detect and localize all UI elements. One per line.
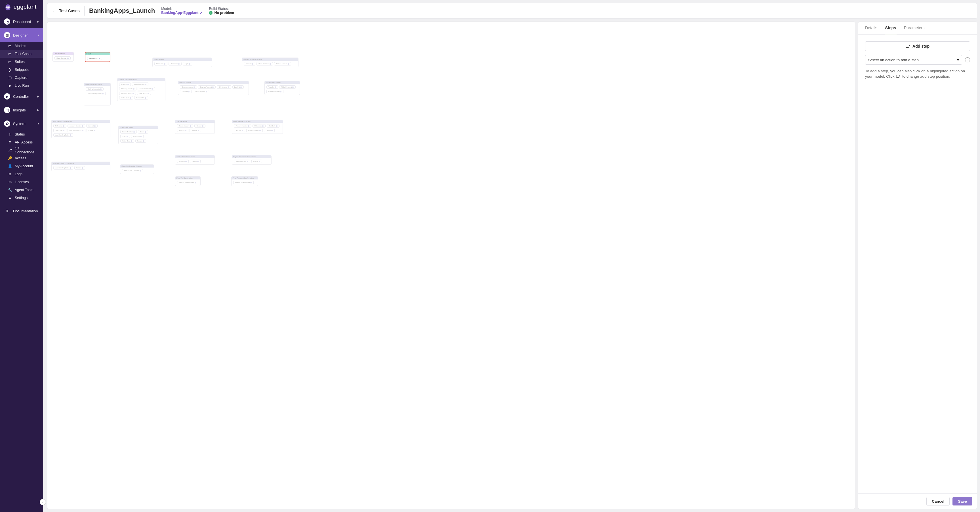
tab-steps[interactable]: Steps [885, 22, 897, 34]
node-action[interactable]: Validate SUT [87, 57, 102, 60]
nav-settings[interactable]: ⚙Settings [0, 194, 43, 202]
node-action[interactable]: Close Browser [54, 56, 71, 60]
node-action[interactable]: Transfer [189, 129, 201, 132]
nav-suites[interactable]: 🗀Suites [0, 58, 43, 66]
node-savings-account-screen[interactable]: Savings Account ScreenTransferMake Payme… [242, 57, 299, 67]
node-action[interactable]: Order Card [119, 96, 133, 100]
add-step-button[interactable]: Add step [865, 41, 970, 51]
node-final-payment-confirmation[interactable]: Final Payment ConfirmationBack to your a… [231, 176, 258, 186]
node-action[interactable]: Cancel [190, 160, 200, 163]
node-global-actions[interactable]: Global ActionsClose Browser [52, 52, 74, 62]
nav-designer[interactable]: ⊞ Designer ▾ [0, 29, 43, 42]
node-action[interactable]: Login [183, 62, 192, 65]
node-action[interactable]: Make Payment [234, 160, 250, 163]
node-action[interactable]: Password [169, 62, 181, 65]
node-action[interactable]: Back to Accounts [86, 87, 103, 91]
node-action[interactable]: Street [138, 130, 148, 133]
node-action[interactable]: Make Payment [192, 90, 209, 93]
node-action[interactable]: Make Payment [279, 85, 296, 89]
node-action[interactable]: Transfer [180, 90, 191, 93]
node-action[interactable]: Back to your account [233, 181, 254, 184]
node-initial[interactable]: InitialValidate SUT [85, 52, 110, 62]
model-canvas[interactable]: Global ActionsClose Browser InitialValid… [47, 22, 855, 509]
nav-licenses[interactable]: ▭Licenses [0, 178, 43, 186]
node-action[interactable]: Transfer [266, 85, 278, 89]
node-current-account-screen[interactable]: Current Account ScreenTransferMake Payme… [117, 78, 165, 101]
node-action[interactable]: Back to your accounts [177, 181, 198, 184]
node-action[interactable]: Cancel [74, 166, 85, 170]
node-action[interactable]: Log Out [232, 85, 244, 89]
node-action[interactable]: Export CSV [134, 96, 148, 100]
nav-live-run[interactable]: ▶Live Run [0, 82, 43, 90]
help-icon[interactable]: ? [965, 57, 970, 62]
nav-my-account[interactable]: 👤My Account [0, 162, 43, 170]
node-action[interactable]: Back to Account [274, 62, 291, 65]
node-action[interactable]: ISA Account [217, 85, 231, 89]
node-make-payment-screen[interactable]: Make Payment ScreenAccount NumberReferen… [232, 120, 283, 134]
node-action[interactable]: Make Payment [132, 82, 148, 86]
node-action[interactable]: Add Standing Order [53, 133, 73, 136]
node-action[interactable]: Make Payment [256, 62, 273, 65]
node-action[interactable]: Add Standing Order [86, 92, 105, 95]
node-action[interactable]: Cancel [194, 124, 205, 128]
node-action[interactable]: Cancel [135, 139, 146, 143]
node-isa-account-screen[interactable]: ISA Account ScreenTransferMake PaymentBa… [264, 81, 300, 95]
nav-insights[interactable]: ◫ Insights ▶ [0, 103, 43, 117]
nav-snippets[interactable]: ❯Snippets [0, 66, 43, 74]
node-action[interactable]: Transfer [177, 160, 189, 163]
node-action[interactable]: Amount [86, 124, 98, 128]
node-action[interactable]: Back to Account [266, 90, 283, 93]
node-action[interactable]: Current Account [180, 85, 197, 89]
node-action[interactable]: Transfer [244, 62, 255, 65]
action-select[interactable]: Select an action to add a step ▾ [865, 55, 962, 65]
node-action[interactable]: Sort Code [53, 129, 67, 132]
node-action[interactable]: Username [154, 62, 167, 65]
node-action[interactable]: Select Account [177, 124, 193, 128]
node-standing-order-confirmation[interactable]: Standing Order ConfirmationAdd Standing … [51, 162, 110, 171]
nav-api-access[interactable]: ⚙API Access [0, 138, 43, 146]
nav-system[interactable]: ✿ System ▾ [0, 117, 43, 130]
nav-models[interactable]: 🗀Models [0, 42, 43, 50]
node-add-standing-order-page[interactable]: Add Standing Order PageReferenceAccount … [51, 120, 110, 138]
node-standing-orders-page[interactable]: Standing Orders PageBack to AccountsAdd … [84, 83, 111, 105]
node-action[interactable]: Savings Account [198, 85, 216, 89]
node-action[interactable]: Previous Month [119, 92, 136, 95]
save-button[interactable]: Save [953, 497, 972, 506]
node-action[interactable]: Cancel [264, 129, 275, 132]
node-action[interactable]: SortCode [267, 124, 279, 128]
node-action[interactable]: Cancel [251, 160, 262, 163]
breadcrumb-back[interactable]: ← Test Cases [52, 8, 80, 13]
node-action[interactable]: Account Number [234, 124, 251, 128]
node-payment-confirmation-screen[interactable]: Payment Confirmation ScreenMake PaymentC… [232, 155, 272, 165]
node-action[interactable]: Postcode [131, 135, 143, 138]
node-action[interactable]: Transfer [119, 82, 131, 86]
model-link[interactable]: BankingApp-Eggplant ↗ [161, 11, 203, 15]
node-login-screen[interactable]: Login ScreenUsernamePasswordLogin [152, 57, 212, 67]
node-order-confirmation-screen[interactable]: Order Confirmation ScreenBack to you Acc… [120, 165, 154, 174]
node-action[interactable]: Amount [234, 129, 245, 132]
node-transfer-page[interactable]: Transfer PageSelect AccountCancelAmountT… [175, 120, 215, 134]
node-trs-confirmation-screen[interactable]: Trs Confirmation ScreenTransferCancel [175, 155, 215, 165]
node-action[interactable]: Amount [177, 129, 188, 132]
node-action[interactable]: Back to Account [138, 87, 154, 90]
node-action[interactable]: Next Month [137, 92, 151, 95]
nav-test-cases[interactable]: 🗀Test Cases [0, 50, 43, 58]
nav-agent-tools[interactable]: 🔧Agent Tools [0, 186, 43, 194]
node-action[interactable]: Cancel [86, 129, 97, 132]
node-action[interactable]: Make Payment [246, 129, 263, 132]
sidebar-collapse-button[interactable]: ‹ [40, 499, 46, 505]
node-action[interactable]: House Number [120, 130, 137, 133]
node-order-card-page[interactable]: Order Card PageHouse NumberStreetTownPos… [118, 125, 158, 144]
node-action[interactable]: Reference [253, 124, 266, 128]
tab-details[interactable]: Details [864, 22, 878, 34]
nav-status[interactable]: 🌡Status [0, 130, 43, 138]
node-action[interactable]: Add Standing Order [53, 166, 73, 170]
node-account-screen[interactable]: Account ScreenCurrent AccountSavings Acc… [178, 81, 249, 95]
tab-parameters[interactable]: Parameters [904, 22, 925, 34]
cancel-button[interactable]: Cancel [926, 497, 950, 506]
node-action[interactable]: Town [120, 135, 130, 138]
node-action[interactable]: Standing Orders [119, 87, 137, 90]
nav-dashboard[interactable]: ◔ Dashboard ▶ [0, 15, 43, 29]
node-action[interactable]: Account Number [68, 124, 85, 128]
node-action[interactable]: Reference [53, 124, 67, 128]
